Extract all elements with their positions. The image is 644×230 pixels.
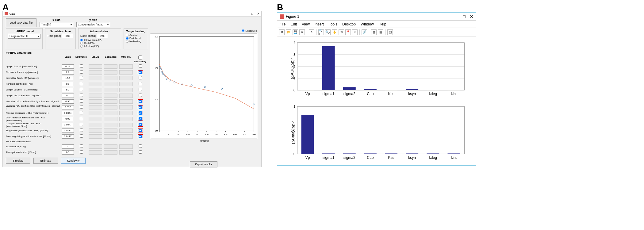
estimate-checkbox[interactable] [80, 134, 83, 138]
model-dropdown[interactable]: Large molecule▾ [8, 34, 40, 39]
lbub-field[interactable] [89, 82, 102, 86]
lbub-field[interactable] [89, 99, 102, 104]
link-icon[interactable]: 🔗 [362, 29, 367, 35]
lbub-field[interactable] [89, 88, 102, 92]
close-button[interactable]: ✕ [470, 14, 473, 19]
target-radio-1[interactable] [126, 37, 128, 40]
estimate-checkbox[interactable] [80, 123, 83, 126]
simulate-button[interactable]: Simulate [6, 158, 30, 164]
x-axis-dropdown[interactable]: Time[hr]▾ [40, 22, 73, 27]
scale-radio[interactable] [242, 29, 244, 32]
sens-checkbox[interactable] [139, 71, 142, 74]
param-value-input[interactable] [62, 105, 74, 109]
param-value-input[interactable] [62, 144, 74, 149]
legend-icon[interactable]: ▦ [378, 29, 383, 35]
print-icon[interactable]: 🖶 [299, 29, 305, 35]
dose-input[interactable] [97, 34, 108, 38]
sens-checkbox[interactable] [139, 123, 142, 126]
menu-item[interactable]: Help [379, 22, 386, 26]
lbub-field[interactable] [89, 117, 102, 121]
admin-radio-2[interactable] [80, 45, 83, 48]
lbub-field[interactable] [89, 123, 102, 127]
sens-checkbox[interactable] [139, 100, 142, 103]
sens-checkbox[interactable] [139, 105, 142, 109]
param-value-input[interactable] [62, 88, 74, 92]
param-value-input[interactable] [62, 128, 74, 133]
param-value-input[interactable] [62, 99, 74, 104]
sens-checkbox[interactable] [139, 64, 142, 68]
export-button[interactable]: Export results [190, 161, 217, 167]
estimate-checkbox[interactable] [80, 144, 83, 148]
zoom-out-icon[interactable]: 🔍- [325, 29, 331, 35]
menu-item[interactable]: File [280, 22, 286, 26]
pointer-icon[interactable]: ↖ [309, 29, 314, 35]
ploted-icon[interactable]: ◫ [387, 29, 393, 35]
menu-item[interactable]: Insert [315, 22, 324, 26]
estimate-checkbox[interactable] [80, 128, 83, 132]
lbub-field[interactable] [89, 111, 102, 115]
param-value-input[interactable] [62, 150, 74, 155]
estimate-checkbox[interactable] [80, 94, 83, 97]
zoom-in-icon[interactable]: 🔍+ [318, 29, 324, 35]
param-value-input[interactable] [62, 76, 74, 80]
sens-checkbox[interactable] [139, 150, 142, 154]
sens-checkbox[interactable] [139, 82, 142, 85]
sensitivity-button[interactable]: Sensitivity [61, 158, 86, 164]
estimate-checkbox[interactable] [80, 105, 83, 109]
simtime-input[interactable] [62, 34, 73, 38]
estimate-checkbox[interactable] [80, 76, 83, 79]
minimize-button[interactable]: — [454, 14, 459, 19]
menu-item[interactable]: Window [361, 22, 374, 26]
sens-checkbox[interactable] [139, 88, 142, 91]
target-radio-0[interactable] [126, 34, 128, 36]
admin-radio-1[interactable] [80, 42, 83, 44]
save-icon[interactable]: 💾 [293, 29, 298, 35]
lbub-field[interactable] [89, 94, 102, 98]
sens-checkbox[interactable] [139, 117, 142, 121]
colorbar-icon[interactable]: ▥ [371, 29, 377, 35]
estimate-checkbox[interactable] [80, 70, 83, 74]
sens-checkbox[interactable] [139, 94, 142, 97]
load-data-button[interactable]: Load .xlsx data file [6, 18, 36, 27]
estimate-checkbox[interactable] [80, 99, 83, 103]
sens-checkbox[interactable] [139, 76, 142, 79]
menu-item[interactable]: View [302, 22, 310, 26]
y-axis-dropdown[interactable]: Concentration [mg/L]▾ [76, 22, 110, 27]
sens-checkbox[interactable] [139, 135, 142, 138]
datatip-icon[interactable]: 📍 [345, 29, 351, 35]
maximize-button[interactable]: □ [251, 12, 253, 15]
rotate-icon[interactable]: ⟲ [339, 29, 344, 35]
brush-icon[interactable]: ▾ [352, 29, 358, 35]
lbub-field[interactable] [89, 64, 102, 69]
lbub-field[interactable] [89, 76, 102, 80]
maximize-button[interactable]: □ [463, 14, 466, 19]
menu-item[interactable]: Desktop [342, 22, 356, 26]
lbub-field[interactable] [89, 70, 102, 75]
estimate-checkbox[interactable] [80, 64, 83, 68]
estimate-checkbox[interactable] [80, 88, 83, 91]
param-value-input[interactable] [62, 70, 74, 75]
close-button[interactable]: ✕ [257, 12, 259, 15]
lbub-field[interactable] [89, 144, 102, 149]
sens-checkbox[interactable] [139, 144, 142, 148]
sens-all-checkbox[interactable] [138, 56, 142, 59]
menu-item[interactable]: Edit [290, 22, 297, 26]
param-value-input[interactable] [62, 82, 74, 86]
param-value-input[interactable] [62, 123, 74, 127]
sens-checkbox[interactable] [139, 111, 142, 115]
param-value-input[interactable] [62, 64, 74, 69]
admin-radio-0[interactable] [80, 39, 83, 41]
estimate-checkbox[interactable] [80, 117, 83, 120]
pan-icon[interactable]: ✋ [332, 29, 337, 35]
param-value-input[interactable] [62, 134, 74, 139]
lbub-field[interactable] [89, 105, 102, 109]
sens-checkbox[interactable] [139, 129, 142, 132]
target-radio-2[interactable] [126, 40, 128, 43]
estimate-checkbox[interactable] [80, 111, 83, 114]
menu-item[interactable]: Tools [329, 22, 337, 26]
lbub-field[interactable] [89, 150, 102, 155]
estimate-checkbox[interactable] [80, 150, 83, 154]
param-value-input[interactable] [62, 117, 74, 121]
lbub-field[interactable] [89, 128, 102, 133]
param-value-input[interactable] [62, 94, 74, 98]
